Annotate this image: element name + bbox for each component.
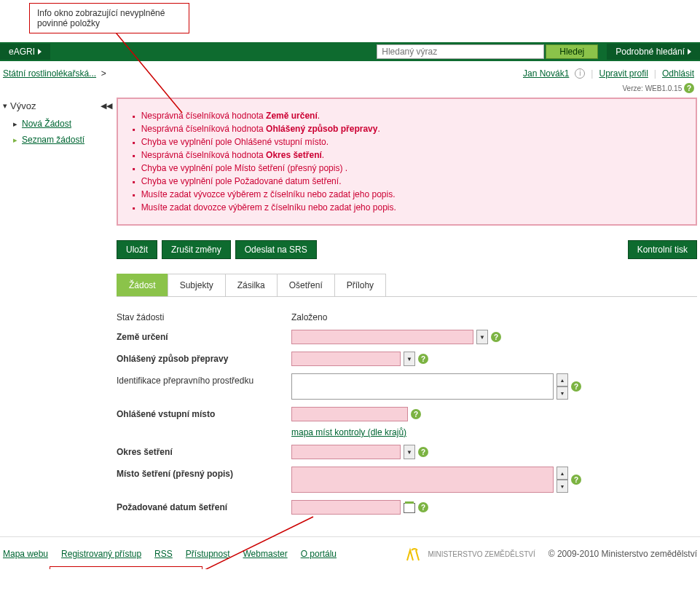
status-value: Založeno bbox=[291, 310, 327, 322]
sidebar-item[interactable]: ▸Seznam žádostí bbox=[13, 132, 112, 148]
status-label: Stav žádosti bbox=[117, 310, 291, 322]
tab[interactable]: Přílohy bbox=[334, 274, 386, 296]
send-button[interactable]: Odeslat na SRS bbox=[235, 240, 317, 259]
error-item: Chyba ve vyplnění pole Ohlášené vstupní … bbox=[133, 135, 681, 148]
logout-link[interactable]: Odhlásit bbox=[662, 68, 694, 79]
textarea-spinner[interactable]: ▲▼ bbox=[557, 467, 568, 493]
place-textarea[interactable] bbox=[291, 467, 554, 493]
sidebar-item-label[interactable]: Seznam žádostí bbox=[22, 135, 84, 145]
help-icon[interactable]: ? bbox=[418, 354, 428, 364]
dropdown-icon[interactable]: ▼ bbox=[404, 352, 415, 366]
brand-link[interactable]: eAGRI bbox=[0, 44, 50, 60]
country-select[interactable] bbox=[291, 330, 473, 344]
user-name-link[interactable]: Jan Novák1 bbox=[523, 68, 569, 79]
chevron-right-icon bbox=[38, 49, 42, 55]
breadcrumb: Státní rostlinolékařská... > bbox=[3, 68, 523, 79]
help-icon[interactable]: ? bbox=[411, 409, 421, 419]
main-content: Nesprávná číselníková hodnota Země určen… bbox=[117, 98, 700, 522]
place-label: Místo šetření (přesný popis) bbox=[117, 467, 291, 479]
tab[interactable]: Zásilka bbox=[225, 274, 278, 296]
callout-bottom: Barevné zvýraznění nevyplněné povinné po… bbox=[50, 566, 202, 569]
calendar-icon[interactable] bbox=[404, 501, 415, 513]
error-item: Chyba ve vyplnění pole Místo šetření (př… bbox=[133, 162, 681, 175]
breadcrumb-link[interactable]: Státní rostlinolékařská... bbox=[3, 68, 96, 79]
vehicle-textarea[interactable] bbox=[291, 373, 554, 400]
sidebar: ▾ Vývoz ◀◀ ▸Nová Žádost▸Seznam žádostí bbox=[0, 98, 117, 522]
ministry-logo: MINISTERSTVO ZEMĚDĚLSTVÍ bbox=[404, 546, 535, 562]
error-item: Musíte zadat dovozce výběrem z číselníku… bbox=[133, 201, 681, 214]
entry-label: Ohlášené vstupní místo bbox=[117, 407, 291, 419]
vehicle-label: Identifikace přepravního prostředku bbox=[117, 373, 291, 386]
print-button[interactable]: Kontrolní tisk bbox=[628, 240, 697, 259]
svg-line-1 bbox=[200, 517, 313, 569]
info-icon[interactable]: i bbox=[575, 68, 585, 79]
district-select[interactable] bbox=[291, 445, 401, 459]
collapse-icon[interactable]: ▾ bbox=[3, 101, 7, 111]
entry-input[interactable] bbox=[291, 407, 408, 421]
search-box: Hledej bbox=[377, 44, 598, 59]
footer-link[interactable]: Mapa webu bbox=[3, 549, 48, 559]
error-item: Nesprávná číselníková hodnota Země určen… bbox=[133, 109, 681, 122]
sidebar-item-label[interactable]: Nová Žádost bbox=[22, 119, 71, 129]
action-bar: Uložit Zrušit změny Odeslat na SRS Kontr… bbox=[117, 240, 697, 259]
transport-select[interactable] bbox=[291, 352, 401, 366]
help-icon[interactable]: ? bbox=[491, 332, 501, 342]
dropdown-icon[interactable]: ▼ bbox=[404, 445, 415, 459]
callout-top: Info okno zobrazující nevyplněné povinné… bbox=[29, 3, 189, 33]
advanced-search-link[interactable]: Podrobné hledání bbox=[607, 44, 700, 60]
footer-link[interactable]: RSS bbox=[154, 549, 173, 559]
save-button[interactable]: Uložit bbox=[117, 240, 157, 259]
copyright: © 2009-2010 Ministerstvo zemědělství bbox=[548, 549, 697, 559]
help-icon[interactable]: ? bbox=[418, 502, 428, 512]
help-icon[interactable]: ? bbox=[571, 475, 581, 485]
help-icon[interactable]: ? bbox=[684, 83, 694, 93]
footer: Mapa webuRegistrovaný přístupRSSPřístupn… bbox=[0, 536, 700, 569]
callout-line-bottom bbox=[200, 515, 317, 569]
error-item: Musíte zadat vývozce výběrem z číselníku… bbox=[133, 188, 681, 201]
version-row: Verze: WEB1.0.15 ? bbox=[0, 82, 700, 98]
transport-label: Ohlášený způsob přepravy bbox=[117, 352, 291, 364]
cancel-button[interactable]: Zrušit změny bbox=[162, 240, 231, 259]
subbar: Státní rostlinolékařská... > Jan Novák1 … bbox=[0, 61, 700, 82]
bullet-icon: ▸ bbox=[13, 135, 17, 145]
error-item: Nesprávná číselníková hodnota Ohlášený z… bbox=[133, 122, 681, 135]
search-button[interactable]: Hledej bbox=[546, 44, 598, 59]
svg-line-0 bbox=[113, 29, 182, 113]
footer-link[interactable]: Registrovaný přístup bbox=[61, 549, 141, 559]
sidebar-item[interactable]: ▸Nová Žádost bbox=[13, 116, 112, 132]
tab[interactable]: Žádost bbox=[117, 274, 168, 296]
district-label: Okres šetření bbox=[117, 445, 291, 457]
tab[interactable]: Ošetření bbox=[277, 274, 335, 296]
textarea-spinner[interactable]: ▲▼ bbox=[557, 373, 568, 400]
help-icon[interactable]: ? bbox=[571, 381, 581, 392]
tab[interactable]: Subjekty bbox=[168, 274, 226, 296]
error-box: Nesprávná číselníková hodnota Země určen… bbox=[117, 98, 697, 226]
search-input[interactable] bbox=[377, 44, 544, 59]
date-input[interactable] bbox=[291, 500, 401, 515]
sidebar-title: Vývoz bbox=[10, 100, 36, 111]
country-label: Země určení bbox=[117, 330, 291, 342]
error-item: Nesprávná číselníková hodnota Okres šetř… bbox=[133, 148, 681, 162]
chevron-right-icon bbox=[688, 49, 691, 55]
callout-line-top bbox=[109, 29, 197, 116]
bullet-icon: ▸ bbox=[13, 119, 17, 129]
edit-profile-link[interactable]: Upravit profil bbox=[599, 68, 648, 79]
topbar: eAGRI Hledej Podrobné hledání bbox=[0, 42, 700, 61]
map-link[interactable]: mapa míst kontroly (dle krajů) bbox=[291, 427, 406, 437]
dropdown-icon[interactable]: ▼ bbox=[476, 330, 488, 344]
help-icon[interactable]: ? bbox=[418, 447, 428, 457]
error-item: Chyba ve vyplnění pole Požadované datum … bbox=[133, 175, 681, 188]
tabs: ŽádostSubjektyZásilkaOšetřeníPřílohy bbox=[117, 274, 697, 297]
date-label: Požadované datum šetření bbox=[117, 500, 291, 512]
